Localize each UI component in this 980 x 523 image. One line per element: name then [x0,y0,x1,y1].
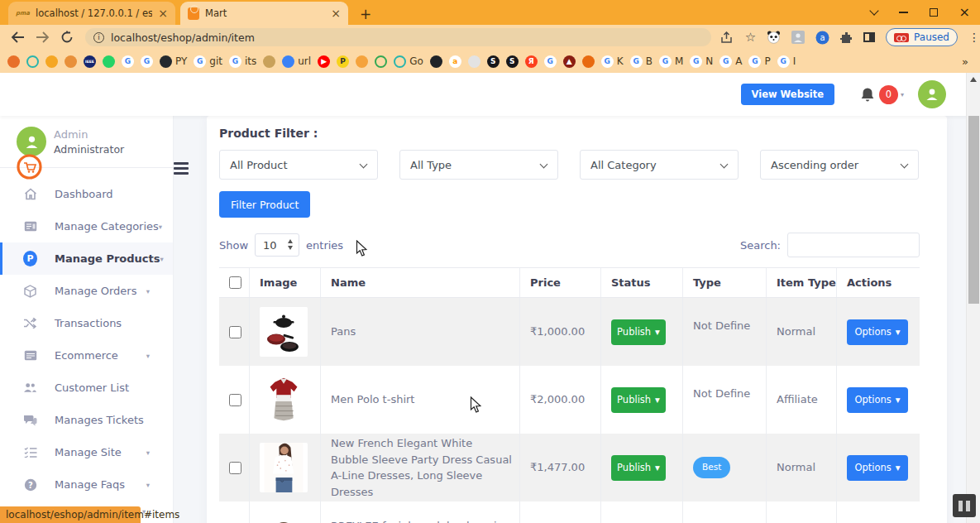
youtube-icon[interactable]: ▶ [318,55,330,68]
google-icon[interactable]: GP [748,55,770,68]
filter-product-button[interactable]: Filter Product [219,191,310,218]
google-icon[interactable]: G [122,55,134,68]
column-header-type[interactable]: Type [683,268,767,297]
column-header-image[interactable]: Image [250,268,321,297]
forward-icon[interactable] [36,31,50,43]
yandex-icon[interactable]: Я [525,55,538,68]
search-input[interactable] [787,233,920,257]
url-shortener-icon[interactable]: url [282,55,311,68]
sidebar-item-manage-categories[interactable]: Manage Categories ▾ [0,210,173,242]
sidebar-item-manage-faqs[interactable]: ? Manage Faqs ▾ [0,468,173,501]
row-checkbox[interactable] [229,394,241,406]
scrollbar-thumb[interactable] [968,116,979,304]
mart-logo-icon[interactable] [16,153,43,184]
column-header-actions[interactable]: Actions [837,268,920,297]
publish-button[interactable]: Publish▼ [611,455,666,481]
person-doc-icon[interactable] [468,55,480,68]
column-header-name[interactable]: Name [321,268,520,297]
teal-ring-icon[interactable] [26,55,39,68]
sidebar-item-manage-products[interactable]: P Manage Products ▾ [0,242,173,275]
notifications-toggle[interactable]: 0 ▾ [860,85,904,104]
profile-extension-icon[interactable] [791,31,805,44]
address-url[interactable]: localhost/eshop/admin/item [111,31,255,44]
share-icon[interactable] [721,31,734,44]
site-info-icon[interactable]: i [93,32,104,43]
google-icon[interactable]: GB [630,55,653,68]
tab-close-icon[interactable]: × [331,7,341,19]
aliexpress-icon[interactable] [582,55,595,68]
google-icon[interactable]: GK [601,55,624,68]
github-icon[interactable]: PY [160,55,187,68]
address-bar[interactable]: i localhost/eshop/admin/item [85,28,711,46]
green-ring-icon[interactable] [375,55,387,68]
scrollbar-up-icon[interactable] [970,77,977,82]
back-icon[interactable] [11,31,25,43]
user-avatar[interactable] [918,80,946,108]
column-header-item-type[interactable]: Item Type [767,268,837,297]
window-close-icon[interactable]: × [959,6,970,19]
options-button[interactable]: Options▼ [847,387,908,413]
p-yellow-icon[interactable]: P [337,55,349,68]
google-icon[interactable]: GN [690,55,713,68]
teal-ring-icon[interactable]: Go [394,55,423,68]
product-filter-select[interactable]: All Product [219,150,378,180]
sidebar-item-manages-tickets[interactable]: Manages Tickets [0,404,173,436]
window-minimize-icon[interactable] [899,12,908,13]
side-panel-icon[interactable] [863,32,875,42]
window-chevron-icon[interactable] [869,6,878,15]
a-extension-icon[interactable]: a [815,31,829,45]
publish-button[interactable]: Publish▼ [611,387,666,413]
google-icon[interactable]: GM [659,55,683,68]
column-header-price[interactable]: Price [520,268,601,297]
google-icon[interactable]: G [141,55,153,68]
sidebar-toggle-icon[interactable] [172,161,190,176]
ieee-icon[interactable]: IEEE [84,55,96,68]
amazon-icon[interactable]: a [449,55,461,68]
sidebar-item-manage-orders[interactable]: Manage Orders ▾ [0,275,173,307]
view-website-button[interactable]: View Website [741,84,834,105]
panda-extension-icon[interactable] [767,31,781,44]
whatsapp-icon[interactable] [103,55,115,68]
options-button[interactable]: Options▼ [847,319,908,345]
category-filter-select[interactable]: All Category [580,150,739,180]
publish-button[interactable]: Publish▼ [611,319,666,345]
download-paused-button[interactable]: Paused [886,28,958,46]
analytics-bars-icon[interactable] [65,55,77,68]
page-scrollbar[interactable] [966,73,980,523]
orange-dots-icon[interactable] [7,55,20,68]
browser-tab-phpmyadmin[interactable]: pma localhost / 127.0.0.1 / eshop | ph × [8,2,175,25]
reload-icon[interactable] [60,31,74,44]
sidebar-item-transactions[interactable]: Transactions [0,307,173,339]
bookmarks-overflow-icon[interactable]: » [962,55,968,68]
browser-tab-mart[interactable]: Mart × [180,2,348,25]
google-icon[interactable]: GA [719,55,742,68]
dark-s-icon[interactable]: S [487,55,500,68]
tab-close-icon[interactable]: × [158,7,168,19]
sidebar-item-ecommerce[interactable]: Ecommerce ▾ [0,339,173,372]
orange-media-icon[interactable] [356,55,368,68]
browser-menu-icon[interactable]: ⋮ [968,31,980,44]
window-maximize-icon[interactable] [930,8,938,17]
options-button[interactable]: Options▼ [847,455,908,481]
select-all-header[interactable] [219,268,250,297]
row-checkbox[interactable] [229,462,241,474]
sidebar-item-manage-site[interactable]: Manage Site ▾ [0,436,173,468]
phpmyadmin-icon[interactable] [263,55,275,68]
google-icon[interactable]: GI [777,55,796,68]
entries-count-select[interactable]: 10 [255,233,299,257]
dark-bird-icon[interactable] [430,55,442,68]
column-header-status[interactable]: Status [601,268,683,297]
order-filter-select[interactable]: Ascending order [760,150,919,180]
google-icon[interactable]: G [544,55,557,68]
select-all-checkbox[interactable] [229,276,241,289]
dark-s-icon[interactable]: S [506,55,519,68]
type-filter-select[interactable]: All Type [399,150,558,180]
sidebar-item-customer-list[interactable]: Customer List [0,372,173,404]
extensions-puzzle-icon[interactable] [840,31,853,44]
new-tab-button[interactable]: + [355,3,376,25]
google-icon[interactable]: Ggit [194,55,222,68]
google-icon[interactable]: Gits [229,55,256,68]
bookmark-star-icon[interactable]: ☆ [745,30,756,45]
matlab-icon[interactable]: ▲ [563,55,576,68]
orange-app-icon[interactable] [45,55,58,68]
